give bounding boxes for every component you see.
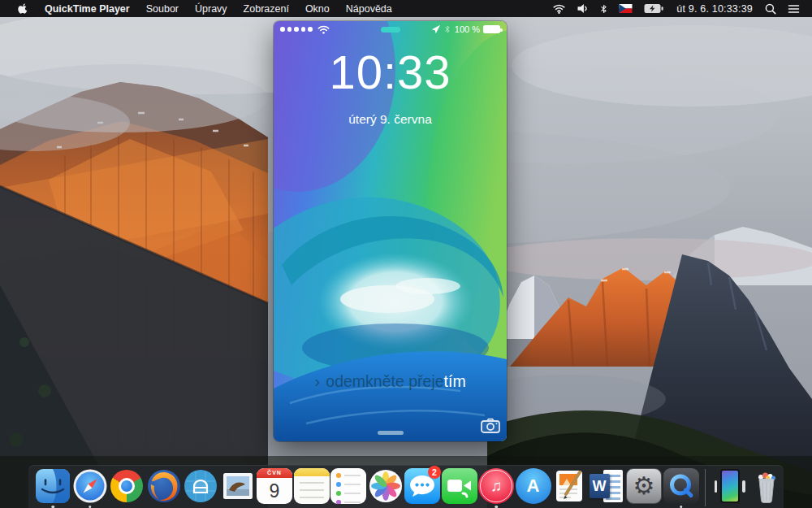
desktop: QuickTime Player Soubor Úpravy Zobrazení…: [0, 0, 812, 508]
menu-bar-left: QuickTime Player Soubor Úpravy Zobrazení…: [0, 2, 400, 15]
reminders-icon: [330, 468, 366, 504]
keyboard-layout-czech-flag-icon[interactable]: [613, 4, 638, 13]
photos-icon: [368, 468, 404, 504]
camera-icon[interactable]: [481, 418, 500, 436]
dock-item-photos[interactable]: [368, 468, 404, 508]
calendar-month-label: ČVN: [257, 468, 292, 478]
word-icon: W: [590, 468, 625, 504]
firefox-icon: [146, 468, 182, 504]
dock-item-quicktime[interactable]: [663, 468, 699, 508]
system-preferences-icon: ⚙: [626, 468, 662, 504]
dock-item-system-preferences[interactable]: ⚙: [626, 468, 662, 508]
dock-divider: [705, 469, 706, 506]
dock-item-trash[interactable]: [749, 468, 784, 508]
dock-item-mailbox[interactable]: [183, 468, 218, 508]
app-store-icon: A: [516, 468, 551, 504]
unlock-chevron-icon: ›: [314, 371, 320, 390]
pages-icon: [552, 468, 588, 504]
dock-item-itunes[interactable]: ♫: [478, 468, 514, 508]
safari-icon: [72, 468, 108, 504]
running-indicator: [51, 506, 54, 508]
notes-icon: [294, 468, 330, 504]
bluetooth-icon[interactable]: [594, 3, 613, 15]
phone-wifi-icon: [317, 25, 330, 34]
menu-bar-clock[interactable]: út 9. 6. 10:33:39: [670, 3, 759, 15]
slide-to-unlock[interactable]: ›odemkněte přejetím: [274, 371, 507, 391]
menu-zobrazeni[interactable]: Zobrazení: [235, 3, 297, 15]
chrome-icon: [109, 468, 145, 504]
unlock-text-dim: odemkněte přeje: [326, 372, 443, 390]
battery-percent-label: 100 %: [455, 24, 480, 34]
dock-item-calendar[interactable]: ČVN 9: [257, 468, 292, 508]
app-menu-title[interactable]: QuickTime Player: [37, 3, 138, 15]
app-store-letter: A: [527, 475, 540, 497]
location-arrow-icon: [431, 24, 441, 34]
dock-item-app-store[interactable]: A: [516, 468, 551, 508]
dock-item-notes[interactable]: [294, 468, 330, 508]
apple-menu[interactable]: [10, 2, 37, 15]
signal-dots-icon: [280, 27, 313, 32]
recording-indicator-pill: [381, 27, 400, 33]
word-letter: W: [590, 474, 610, 498]
mailbox-icon: [183, 468, 218, 504]
menu-napoveda[interactable]: Nápověda: [338, 3, 400, 15]
volume-icon[interactable]: [572, 3, 594, 14]
gear-glyph: ⚙: [633, 474, 655, 498]
dock-item-chrome[interactable]: [109, 468, 145, 508]
unlock-text-bright: tím: [444, 372, 466, 390]
itunes-icon: ♫: [478, 468, 514, 504]
dock-item-messages[interactable]: 2: [404, 468, 440, 508]
dock-item-pages[interactable]: [552, 468, 588, 508]
quicktime-iphone-mirror-window[interactable]: 100 % 10:33 úterý 9. června ›odemkněte p…: [274, 21, 507, 441]
dock-item-finder[interactable]: [35, 468, 71, 508]
dock-item-reminders[interactable]: [330, 468, 366, 508]
phone-bluetooth-icon: [444, 24, 451, 34]
notification-center-icon[interactable]: [782, 4, 806, 14]
menu-okno[interactable]: Okno: [297, 3, 338, 15]
facetime-icon: [442, 468, 477, 504]
calendar-icon: ČVN 9: [257, 468, 292, 504]
menu-soubor[interactable]: Soubor: [138, 3, 187, 15]
running-indicator: [89, 506, 92, 508]
dock-item-facetime[interactable]: [442, 468, 477, 508]
running-indicator: [680, 506, 683, 508]
minimized-iphone-window-icon: [712, 468, 748, 504]
dock-item-safari[interactable]: [72, 468, 108, 508]
quicktime-icon: [663, 468, 699, 504]
mail-icon: [220, 468, 256, 504]
control-center-grabber[interactable]: [378, 431, 404, 436]
dock: ČVN 9: [28, 465, 784, 508]
menu-upravy[interactable]: Úpravy: [187, 3, 235, 15]
running-indicator: [495, 506, 498, 508]
battery-charging-icon[interactable]: [638, 3, 670, 14]
trash-full-icon: [749, 468, 784, 504]
wifi-icon[interactable]: [546, 3, 572, 14]
menu-bar: QuickTime Player Soubor Úpravy Zobrazení…: [0, 0, 812, 17]
lock-screen-date: úterý 9. června: [274, 112, 507, 127]
music-note-glyph: ♫: [490, 477, 502, 495]
finder-icon: [35, 468, 71, 504]
menu-bar-status: út 9. 6. 10:33:39: [546, 3, 812, 15]
spotlight-icon[interactable]: [759, 3, 782, 15]
lock-screen-time: 10:33: [274, 49, 507, 96]
phone-battery-icon: [483, 25, 500, 33]
messages-unread-badge: 2: [428, 466, 441, 479]
dock-item-iphone-mirror-window[interactable]: [712, 468, 748, 508]
apple-icon: [18, 2, 28, 15]
dock-item-word[interactable]: W: [590, 468, 625, 508]
calendar-day-label: 9: [270, 478, 280, 504]
dock-item-mail[interactable]: [220, 468, 256, 508]
dock-item-firefox[interactable]: [146, 468, 182, 508]
